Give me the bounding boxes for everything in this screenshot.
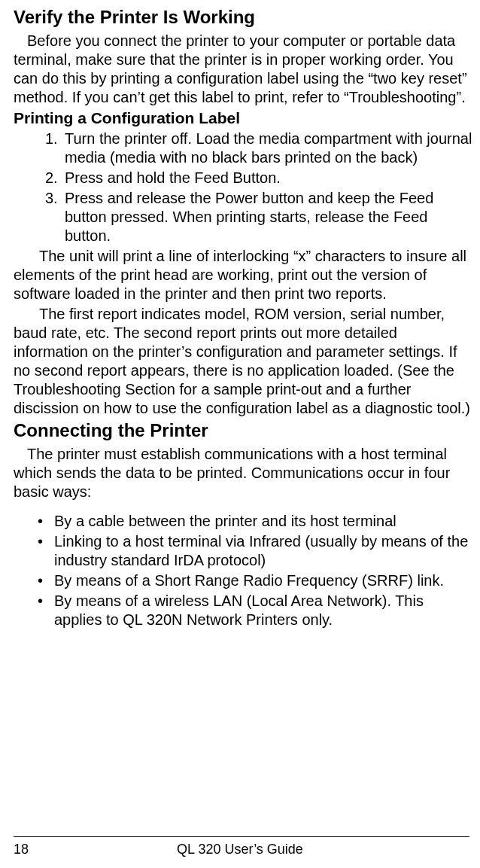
list-item: • By a cable between the printer and its… xyxy=(14,512,474,531)
bullet-text: Linking to a host terminal via Infrared … xyxy=(54,532,474,570)
page-number: 18 xyxy=(14,841,29,858)
subheading-config-label: Printing a Configuration Label xyxy=(14,108,474,128)
intro-paragraph-1: Before you connect the printer to your c… xyxy=(14,32,474,107)
step-number: 3. xyxy=(14,189,65,245)
bullet-icon: • xyxy=(14,571,54,590)
list-item: • By means of a wireless LAN (Local Area… xyxy=(14,592,474,629)
bullet-text: By a cable between the printer and its h… xyxy=(54,512,474,531)
page-footer: 18 QL 320 User’s Guide xyxy=(0,841,480,858)
heading-verify-printer: Verify the Printer Is Working xyxy=(14,6,474,29)
list-item: 2. Press and hold the Feed Button. xyxy=(14,169,474,187)
step-number: 2. xyxy=(14,169,65,187)
step-text: Press and release the Power button and k… xyxy=(65,189,474,245)
footer-title: QL 320 User’s Guide xyxy=(0,841,480,858)
bullet-icon: • xyxy=(14,532,54,570)
bullet-list: • By a cable between the printer and its… xyxy=(14,512,474,629)
bullet-text: By means of a wireless LAN (Local Area N… xyxy=(54,592,474,629)
list-item: 3. Press and release the Power button an… xyxy=(14,189,474,245)
ordered-steps-list: 1. Turn the printer off. Load the media … xyxy=(14,129,474,245)
list-item: • Linking to a host terminal via Infrare… xyxy=(14,532,474,570)
list-item: 1. Turn the printer off. Load the media … xyxy=(14,129,474,167)
heading-connecting-printer: Connecting the Printer xyxy=(14,419,474,442)
bullet-text: By means of a Short Range Radio Frequenc… xyxy=(54,571,474,590)
body-paragraph: The first report indicates model, ROM ve… xyxy=(14,305,474,418)
footer-divider xyxy=(14,836,469,837)
body-paragraph: The unit will print a line of interlocki… xyxy=(14,247,474,303)
step-text: Turn the printer off. Load the media com… xyxy=(65,129,474,167)
list-item: • By means of a Short Range Radio Freque… xyxy=(14,571,474,590)
step-text: Press and hold the Feed Button. xyxy=(65,169,474,187)
intro-paragraph-2: The printer must establish communication… xyxy=(14,445,474,501)
bullet-icon: • xyxy=(14,592,54,629)
step-number: 1. xyxy=(14,129,65,167)
bullet-icon: • xyxy=(14,512,54,531)
document-page: Verify the Printer Is Working Before you… xyxy=(0,0,480,868)
